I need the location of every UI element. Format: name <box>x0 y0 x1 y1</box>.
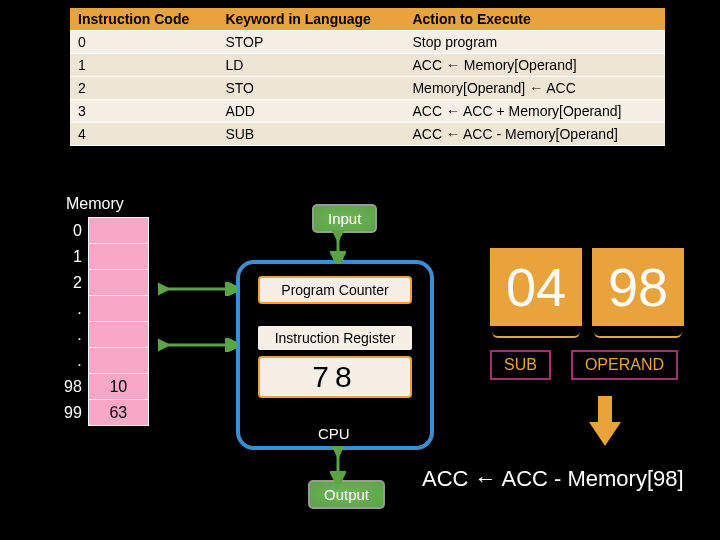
action-result: ACC ← ACC - Memory[98] <box>422 466 684 492</box>
table-row: 1 LD ACC ← Memory[Operand] <box>70 54 665 77</box>
th-action: Action to Execute <box>404 8 665 31</box>
decode-operand-label: OPERAND <box>571 350 678 380</box>
decode-opcode-label: SUB <box>490 350 551 380</box>
cpu-diagram: Input Program Counter Instruction Regist… <box>230 200 470 500</box>
arrow-mem-to-pc <box>158 282 238 296</box>
memory-label: Memory <box>60 195 149 213</box>
input-box: Input <box>312 204 377 233</box>
memory-table: 0 1 2 . . . 9810 9963 <box>60 217 149 426</box>
arrow-mem-to-ir <box>158 338 238 352</box>
program-counter: Program Counter <box>258 276 412 304</box>
brace-opcode <box>492 330 580 338</box>
ir-label: Instruction Register <box>258 326 412 350</box>
table-row: . <box>60 322 148 348</box>
decode-labels: SUB OPERAND <box>490 350 678 380</box>
operand-value: 98 <box>592 248 684 326</box>
instruction-table: Instruction Code Keyword in Language Act… <box>70 8 665 146</box>
table-row: 4 SUB ACC ← ACC - Memory[Operand] <box>70 123 665 146</box>
th-keyword: Keyword in Language <box>217 8 404 31</box>
th-code: Instruction Code <box>70 8 217 31</box>
arrow-cpu-to-output <box>330 446 346 484</box>
table-row: 0 <box>60 218 148 244</box>
down-arrow-icon <box>585 392 625 456</box>
memory-area: Memory 0 1 2 . . . 9810 9963 <box>60 195 149 426</box>
svg-marker-5 <box>589 422 621 446</box>
opcode-value: 04 <box>490 248 582 326</box>
table-row: 3 ADD ACC ← ACC + Memory[Operand] <box>70 100 665 123</box>
table-row: 9810 <box>60 374 148 400</box>
ir-value: 78 <box>258 356 412 398</box>
table-row: 0 STOP Stop program <box>70 31 665 54</box>
output-box: Output <box>308 480 385 509</box>
instruction-register: Instruction Register 78 <box>258 326 412 398</box>
table-row: 2 STO Memory[Operand] ← ACC <box>70 77 665 100</box>
table-row: . <box>60 348 148 374</box>
decoded-instruction: 04 98 <box>490 248 684 326</box>
svg-rect-4 <box>598 396 612 422</box>
brace-operand <box>594 330 682 338</box>
table-row: 1 <box>60 244 148 270</box>
table-row: . <box>60 296 148 322</box>
table-row: 9963 <box>60 400 148 426</box>
arrow-input-to-cpu <box>330 230 346 264</box>
table-row: 2 <box>60 270 148 296</box>
cpu-label: CPU <box>318 425 350 442</box>
